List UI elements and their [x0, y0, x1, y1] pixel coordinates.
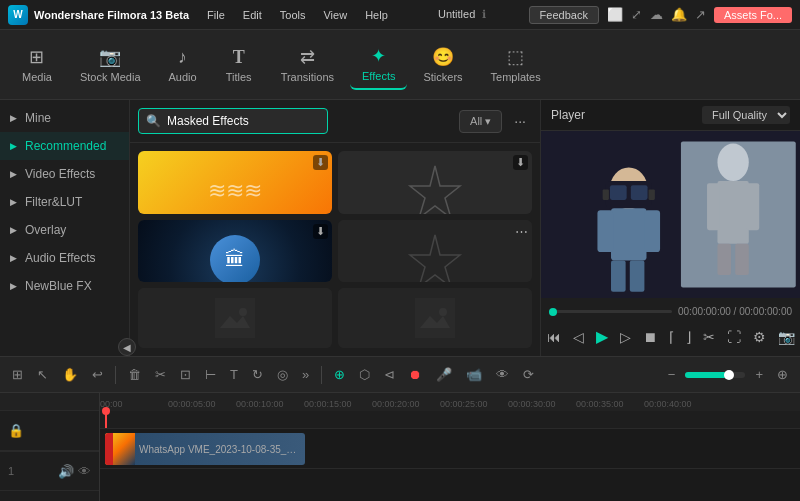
clip-in-marker	[105, 433, 113, 465]
timeline-eye-button[interactable]: 👁	[492, 365, 513, 384]
timeline-tool-cursor[interactable]: ↖	[33, 365, 52, 384]
timeline-tool-select[interactable]: ⊞	[8, 365, 27, 384]
effect-graphic	[405, 161, 465, 214]
sidebar-item-mine[interactable]: ▶ Mine	[0, 104, 129, 132]
timeline-effect-button[interactable]: ◎	[273, 365, 292, 384]
search-bar: 🔍 All ▾ ···	[130, 100, 540, 143]
toolbar-media[interactable]: ⊞ Media	[10, 40, 64, 89]
more-options-button[interactable]: ···	[508, 111, 532, 131]
search-input[interactable]	[138, 108, 328, 134]
svg-rect-13	[747, 183, 760, 230]
timeline-ripple-button[interactable]: ⊕	[330, 365, 349, 384]
effect-graphic	[405, 230, 465, 283]
player-controls: 00:00:00:00 / 00:00:00:00 ⏮ ◁ ▶ ▷ ⏹ ⌈ ⌋ …	[541, 298, 800, 356]
effect-image-mask[interactable]: 🏛 ⬇ Image Mask	[138, 220, 332, 283]
mark-in-button[interactable]: ⌈	[667, 327, 676, 347]
timeline-add-track-button[interactable]: ⊕	[773, 365, 792, 384]
timeline-camera-button[interactable]: 📹	[462, 365, 486, 384]
clip-label: WhatsApp VME_2023-10-08-35_4b2f...	[135, 444, 305, 455]
main-toolbar: ⊞ Media 📷 Stock Media ♪ Audio T Titles ⇄…	[0, 30, 800, 100]
effects-sidebar: ▶ Mine ▶ Recommended ▶ Video Effects ▶ F…	[0, 100, 130, 356]
menu-edit[interactable]: Edit	[235, 7, 270, 23]
timeline-crop-button[interactable]: ⊡	[176, 365, 195, 384]
toolbar-stock-media[interactable]: 📷 Stock Media	[68, 40, 153, 89]
toolbar-effects[interactable]: ✦ Effects	[350, 39, 407, 90]
play-button[interactable]: ▶	[594, 325, 610, 348]
effect-placeholder-2[interactable]	[338, 288, 532, 348]
sidebar-item-newblue-fx[interactable]: ▶ NewBlue FX	[0, 272, 129, 300]
timeline-zoom-in-button[interactable]: +	[751, 365, 767, 384]
sidebar-item-recommended[interactable]: ▶ Recommended	[0, 132, 129, 160]
svg-rect-20	[603, 189, 609, 199]
app-name: Wondershare Filmora 13 Beta	[34, 9, 189, 21]
timeline-speed-button[interactable]: ⟳	[519, 365, 538, 384]
timeline-tool-hand[interactable]: ✋	[58, 365, 82, 384]
menu-view[interactable]: View	[315, 7, 355, 23]
filter-button[interactable]: All ▾	[459, 110, 502, 133]
quality-select[interactable]: Full Quality	[702, 106, 790, 124]
sidebar-collapse-button[interactable]: ◀	[118, 338, 130, 356]
sidebar-item-filter-lut[interactable]: ▶ Filter&LUT	[0, 188, 129, 216]
toolbar-titles[interactable]: T Titles	[213, 41, 265, 89]
menu-bar: File Edit Tools View Help	[199, 7, 396, 23]
timeline-toolbar: ⊞ ↖ ✋ ↩ 🗑 ✂ ⊡ ⊢ T ↻ ◎ » ⊕ ⬡ ⊲ ⏺ 🎤 📹 👁 ⟳ …	[0, 357, 800, 393]
toolbar-stickers-label: Stickers	[423, 71, 462, 83]
filter-chevron-icon: ▾	[485, 115, 491, 128]
settings-button[interactable]: ⚙	[751, 327, 768, 347]
timeline-marker-button[interactable]: ⊲	[380, 365, 399, 384]
video-clip[interactable]: WhatsApp VME_2023-10-08-35_4b2f...	[105, 433, 305, 465]
stop-button[interactable]: ⏹	[641, 327, 659, 347]
clip-button[interactable]: ✂	[701, 327, 717, 347]
skip-start-button[interactable]: ⏮	[545, 327, 563, 347]
ruler-mark-10: 00:00:10:00	[236, 399, 284, 409]
chevron-icon: ▶	[10, 225, 17, 235]
timeline-tool-undo[interactable]: ↩	[88, 365, 107, 384]
timeline-delete-button[interactable]: 🗑	[124, 365, 145, 384]
progress-area: 00:00:00:00 / 00:00:00:00	[541, 302, 800, 321]
frame-forward-button[interactable]: ▷	[618, 327, 633, 347]
menu-file[interactable]: File	[199, 7, 233, 23]
eye-icon[interactable]: 👁	[78, 464, 91, 479]
timeline-text-button[interactable]: T	[226, 365, 242, 384]
svg-point-5	[239, 308, 247, 316]
video-background	[541, 131, 800, 298]
toolbar-templates[interactable]: ⬚ Templates	[479, 40, 553, 89]
sidebar-item-audio-effects[interactable]: ▶ Audio Effects	[0, 244, 129, 272]
toolbar-stickers[interactable]: 😊 Stickers	[411, 40, 474, 89]
svg-rect-22	[611, 208, 646, 260]
menu-help[interactable]: Help	[357, 7, 396, 23]
toolbar-audio[interactable]: ♪ Audio	[157, 41, 209, 89]
timeline-zoom-slider[interactable]	[685, 372, 745, 378]
timeline-zoom-out-button[interactable]: −	[664, 365, 680, 384]
filter-label: All	[470, 115, 482, 127]
menu-tools[interactable]: Tools	[272, 7, 314, 23]
progress-bar[interactable]	[549, 310, 672, 313]
svg-rect-23	[597, 210, 613, 252]
toolbar-transitions[interactable]: ⇄ Transitions	[269, 40, 346, 89]
timeline-rotate-button[interactable]: ↻	[248, 365, 267, 384]
frame-back-button[interactable]: ◁	[571, 327, 586, 347]
effect-placeholder-1[interactable]	[138, 288, 332, 348]
timeline-extend-button[interactable]: »	[298, 365, 313, 384]
effect-light-effect[interactable]: ⬇ Light Effect 18	[338, 151, 532, 214]
timeline-magnet-button[interactable]: ⬡	[355, 365, 374, 384]
mark-out-button[interactable]: ⌋	[684, 327, 693, 347]
effect-audio-visualizer[interactable]: ≋≋≋ ⬇ Audio Visualizer Glow	[138, 151, 332, 214]
timeline-voiceover-button[interactable]: 🎤	[432, 365, 456, 384]
visualizer-graphic: ≋≋≋	[208, 178, 262, 204]
effect-warm-family[interactable]: ⋯ Warm Family 01	[338, 220, 532, 283]
assets-button[interactable]: Assets Fo...	[714, 7, 792, 23]
lock-icon: 🔒	[8, 423, 24, 438]
toolbar-audio-label: Audio	[169, 71, 197, 83]
audio-icon: ♪	[178, 47, 187, 68]
timeline-split-button[interactable]: ⊢	[201, 365, 220, 384]
timeline-record-button[interactable]: ⏺	[405, 365, 426, 384]
sidebar-item-overlay[interactable]: ▶ Overlay	[0, 216, 129, 244]
camera-button[interactable]: 📷	[776, 327, 797, 347]
download-icon: ⬇	[313, 155, 328, 170]
timeline-cut-button[interactable]: ✂	[151, 365, 170, 384]
fullscreen-button[interactable]: ⛶	[725, 327, 743, 347]
track-label-1: 🔒	[0, 411, 99, 451]
sidebar-item-video-effects[interactable]: ▶ Video Effects	[0, 160, 129, 188]
feedback-button[interactable]: Feedback	[529, 6, 599, 24]
